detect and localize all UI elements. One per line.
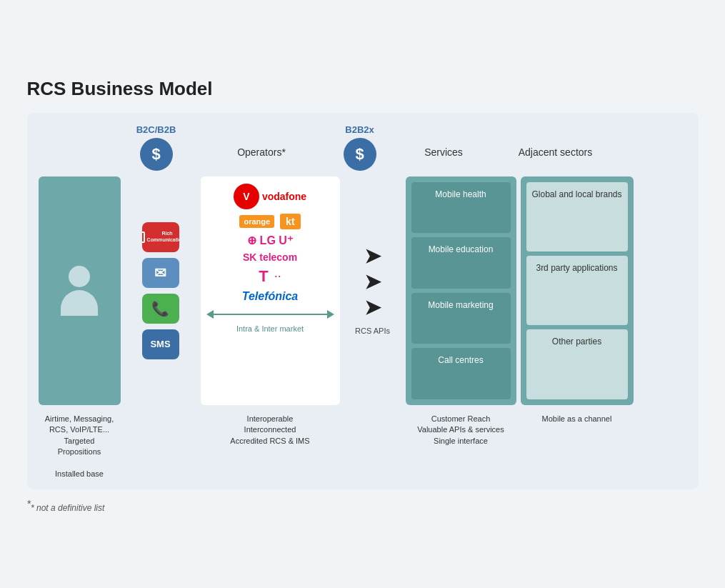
b2b2x-dollar-icon: $ (344, 138, 376, 171)
main-title: RCS Business Model (27, 78, 699, 100)
adjacent-other-parties: Other parties (526, 329, 628, 399)
svg-text:V: V (243, 191, 250, 202)
tmobile-logo: T (259, 267, 268, 286)
telefonica-logo: Telefónica (242, 290, 299, 303)
app-phone: 📞 (142, 294, 179, 324)
app-messaging: ✉ (142, 258, 179, 288)
arrow-3: ➤ (364, 298, 381, 318)
op-orange-kt-row: orange kt (206, 214, 334, 229)
service-mobile-marketing: Mobile marketing (411, 293, 511, 344)
arrows-column: ➤ ➤ ➤ RCS APIs (344, 176, 401, 405)
adjacent-global-brands: Global and local brands (526, 182, 628, 251)
adjacent-header-label: Adjacent sectors (499, 124, 612, 159)
services-label: Services (424, 146, 463, 158)
arrow-head-left (206, 310, 214, 319)
sms-label: SMS (150, 339, 170, 349)
op-telefonica-row: Telefónica (206, 290, 334, 303)
b2cb2b-label-group: B2C/B2B $ (136, 124, 176, 171)
b2cb2b-label: B2C/B2B (136, 124, 176, 135)
bottom-enduser: Airtime, Messaging,RCS, VoIP/LTE...Targe… (39, 414, 121, 479)
bottom-adjacent: Mobile as a channel (521, 414, 634, 424)
footnote: ** not a definitive list (27, 498, 699, 513)
service-mobile-health: Mobile health (411, 182, 511, 234)
arrow-line-body (214, 314, 327, 315)
vodafone-logo: V vodafone (234, 184, 306, 209)
operators-label: Operators* (237, 146, 286, 158)
apps-column: RichCommunications ✉ 📞 SMS (125, 176, 196, 405)
sk-logo: SK telecom (243, 251, 297, 263)
adjacent-3rd-party: 3rd party applications (526, 256, 628, 325)
services-box: Mobile health Mobile education Mobile ma… (406, 176, 516, 405)
operators-header-label: Operators* (192, 124, 331, 159)
lgu-logo: ⊕ LG U⁺ (247, 234, 293, 247)
service-call-centres: Call centres (411, 348, 511, 399)
b2cb2b-section: B2C/B2B $ (121, 124, 192, 171)
person-icon (58, 266, 101, 316)
diagram-wrapper: RCS Business Model B2C/B2B $ Operators* … (13, 61, 713, 527)
vodafone-text: vodafone (262, 191, 306, 202)
intra-arrow (206, 310, 334, 319)
vodafone-circle: V (234, 184, 259, 209)
bottom-labels: Airtime, Messaging,RCS, VoIP/LTE...Targe… (39, 414, 687, 479)
arrow-head-right (327, 310, 334, 319)
kt-logo: kt (280, 214, 300, 229)
b2cb2b-dollar-icon: $ (140, 138, 173, 171)
enduser-box (39, 176, 121, 405)
service-mobile-education: Mobile education (411, 237, 511, 289)
intra-label: Intra & Inter market (236, 324, 304, 333)
person-head (69, 266, 90, 287)
person-body (61, 290, 98, 316)
rcs-apis-label: RCS APIs (355, 327, 390, 335)
operators-box: V vodafone orange kt ⊕ LG U⁺ (201, 176, 340, 405)
adjacent-label: Adjacent sectors (519, 146, 593, 158)
main-row: RichCommunications ✉ 📞 SMS (39, 176, 687, 405)
app-sms: SMS (142, 329, 179, 359)
services-header-label: Services (389, 124, 499, 159)
arrow-2: ➤ (364, 272, 381, 292)
bottom-operators: InteroperableInterconnectedAccredited RC… (201, 414, 340, 447)
bottom-services: Customer ReachValuable APIs & servicesSi… (406, 414, 516, 447)
op-vodafone-row: V vodafone (206, 184, 334, 209)
app-rich-comms: RichCommunications (142, 222, 179, 252)
op-tmobile-row: T ·· (206, 267, 334, 286)
intra-banner (206, 307, 334, 322)
adjacent-box: Global and local brands 3rd party applic… (521, 176, 634, 405)
b2b2x-label: B2B2x (345, 124, 374, 135)
b2b2x-label-group: B2B2x $ (344, 124, 376, 171)
orange-logo: orange (239, 215, 274, 228)
top-labels: B2C/B2B $ Operators* B2B2x $ Services (39, 124, 687, 171)
b2b2x-section: B2B2x $ (331, 124, 389, 171)
arrow-1: ➤ (364, 246, 381, 266)
tmobile-dots: ·· (274, 269, 281, 284)
op-lgu-row: ⊕ LG U⁺ (206, 234, 334, 247)
op-sk-row: SK telecom (206, 251, 334, 263)
diagram-area: B2C/B2B $ Operators* B2B2x $ Services (27, 113, 699, 489)
